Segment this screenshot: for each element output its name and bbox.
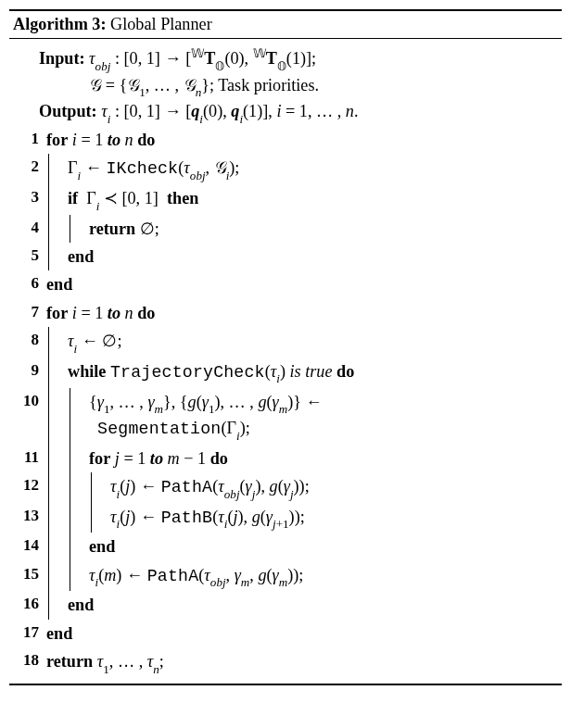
line-4: return ∅; [89, 215, 558, 243]
line-18: return τ1, … , τn; [46, 647, 558, 678]
code-line: 13 τi(j) ← PathB(τi(j), g(γj+1)); [13, 503, 558, 533]
line-number: 12 [13, 472, 46, 503]
line-number: 16 [13, 591, 46, 619]
line-number: 1 [13, 126, 46, 154]
input-label: Input: [39, 49, 85, 68]
line-1: for i = 1 to n do [46, 126, 558, 154]
line-number: 3 [13, 184, 46, 215]
line-number: 11 [13, 445, 46, 472]
code-line: 14 end [13, 533, 558, 560]
output-line: τi : [0, 1] → [qi(0), qi(1)], i = 1, … ,… [101, 102, 358, 120]
code-line: 10 {γ1, … , γm}, {g(γ1), … , g(γm)} ← Se… [13, 388, 558, 445]
line-3: if Γi ≺ [0, 1] then [68, 184, 558, 215]
line-number: 2 [13, 154, 46, 184]
line-number: 15 [13, 561, 46, 592]
line-number: 5 [13, 243, 46, 270]
code-line: 18 return τ1, … , τn; [13, 647, 558, 678]
algorithm-header: Algorithm 3: Global Planner [9, 11, 562, 39]
input-line-2: 𝒢 = {𝒢1, … , 𝒢n}; Task priorities. [89, 76, 319, 94]
line-17: end [46, 620, 558, 647]
code-line: 1 for i = 1 to n do [13, 126, 558, 154]
code-line: 11 for j = 1 to m − 1 do [13, 445, 558, 472]
line-6: end [46, 270, 558, 298]
line-number: 6 [13, 270, 46, 298]
line-12: τi(j) ← PathA(τobj(γj), g(γj)); [110, 472, 558, 503]
code-line: 12 τi(j) ← PathA(τobj(γj), g(γj)); [13, 472, 558, 503]
line-8: τi ← ∅; [68, 327, 558, 358]
line-number: 13 [13, 503, 46, 533]
line-13: τi(j) ← PathB(τi(j), g(γj+1)); [110, 503, 558, 533]
code-line: 7 for i = 1 to n do [13, 299, 558, 327]
algorithm-body: Input: τobj : [0, 1] → [𝕎T𝕆(0), 𝕎T𝕆(1)];… [9, 39, 562, 684]
line-number: 4 [13, 215, 46, 243]
line-14: end [89, 533, 558, 560]
code-block: 1 for i = 1 to n do 2 Γi ← IKcheck(τobj,… [13, 126, 558, 678]
input-line-1: τobj : [0, 1] → [𝕎T𝕆(0), 𝕎T𝕆(1)]; [89, 49, 316, 68]
line-9: while TrajectoryCheck(τi) is true do [68, 358, 558, 388]
algorithm-number: Algorithm 3: [13, 15, 107, 33]
line-2: Γi ← IKcheck(τobj, 𝒢i); [68, 154, 558, 184]
output-label: Output: [39, 102, 97, 120]
line-number: 9 [13, 358, 46, 388]
algorithm-title: Global Planner [110, 15, 212, 33]
output-block: Output: τi : [0, 1] → [qi(0), qi(1)], i … [13, 99, 558, 126]
line-15: τi(m) ← PathA(τobj, γm, g(γm)); [89, 561, 558, 592]
code-line: 4 return ∅; [13, 215, 558, 243]
line-7: for i = 1 to n do [46, 299, 558, 327]
line-10: {γ1, … , γm}, {g(γ1), … , g(γm)} ← Segme… [89, 388, 558, 445]
line-number: 8 [13, 327, 46, 358]
line-16: end [68, 591, 558, 619]
code-line: 5 end [13, 243, 558, 270]
algorithm-box: Algorithm 3: Global Planner Input: τobj … [9, 9, 562, 685]
code-line: 9 while TrajectoryCheck(τi) is true do [13, 358, 558, 388]
line-number: 10 [13, 388, 46, 445]
input-block: Input: τobj : [0, 1] → [𝕎T𝕆(0), 𝕎T𝕆(1)];… [13, 44, 558, 99]
code-line: 3 if Γi ≺ [0, 1] then [13, 184, 558, 215]
code-line: 8 τi ← ∅; [13, 327, 558, 358]
code-line: 6 end [13, 270, 558, 298]
code-line: 2 Γi ← IKcheck(τobj, 𝒢i); [13, 154, 558, 184]
line-number: 18 [13, 647, 46, 678]
line-number: 7 [13, 299, 46, 327]
line-number: 14 [13, 533, 46, 560]
line-number: 17 [13, 620, 46, 647]
code-line: 15 τi(m) ← PathA(τobj, γm, g(γm)); [13, 561, 558, 592]
line-5: end [68, 243, 558, 270]
code-line: 17 end [13, 620, 558, 647]
code-line: 16 end [13, 591, 558, 619]
line-11: for j = 1 to m − 1 do [89, 445, 558, 472]
